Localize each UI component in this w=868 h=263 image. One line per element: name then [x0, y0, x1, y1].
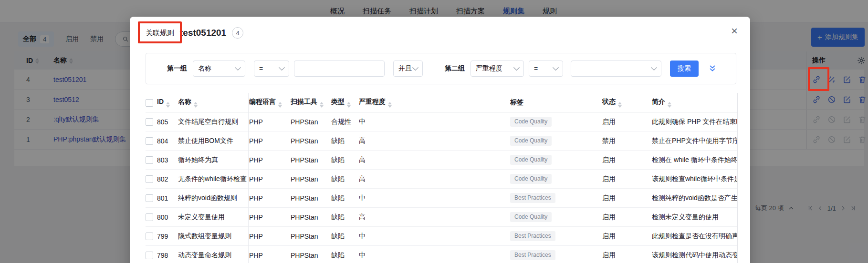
chevron-down-icon: [651, 64, 657, 71]
header-type[interactable]: 类型: [331, 93, 359, 112]
rule-tool: PHPStan: [291, 170, 331, 189]
associate-rules-modal: × 关联规则 test051201 4 第一组 名称 = 并且 第二组 严重程度…: [130, 17, 750, 263]
close-icon[interactable]: ×: [729, 23, 740, 39]
rule-id: 805: [157, 112, 178, 132]
rule-type: 缺陷: [331, 151, 359, 170]
header-description[interactable]: 简介: [652, 93, 737, 112]
chevron-down-icon: [513, 64, 520, 71]
filter-group1-label: 第一组: [167, 64, 187, 73]
expand-filters-double-chevron-icon[interactable]: [708, 64, 717, 73]
header-language[interactable]: 编程语言: [249, 93, 291, 112]
rule-name-link[interactable]: 动态变量命名规则: [178, 246, 249, 263]
header-status[interactable]: 状态: [602, 93, 652, 112]
rules-table: ID 名称 编程语言 扫描工具 类型 严重程度 标签 状态 简介 805 文件结…: [146, 93, 738, 263]
chevron-down-icon: [279, 64, 285, 71]
rule-tag-badge: Code Quality: [510, 212, 552, 223]
header-name[interactable]: 名称: [178, 93, 249, 112]
row-checkbox[interactable]: [146, 137, 153, 145]
rule-name-link[interactable]: 纯粹的void函数规则: [178, 189, 249, 208]
search-button[interactable]: 搜索: [670, 61, 699, 77]
rule-tool: PHPStan: [291, 132, 331, 151]
fixed-column-divider: [248, 93, 249, 263]
row-checkbox[interactable]: [146, 213, 153, 221]
rule-id: 803: [157, 151, 178, 170]
rule-row: 802 无条件的while循环检查 PHP PHPStan 缺陷 高 Code …: [146, 170, 737, 189]
rule-severity: 中: [359, 227, 510, 246]
rule-status: 启用: [602, 170, 652, 189]
rule-severity: 中: [359, 112, 510, 132]
rule-type: 缺陷: [331, 208, 359, 227]
rule-tool: PHPStan: [291, 208, 331, 227]
rule-language: PHP: [249, 170, 291, 189]
row-checkbox[interactable]: [146, 252, 153, 259]
rule-tool: PHPStan: [291, 246, 331, 263]
rule-language: PHP: [249, 208, 291, 227]
group1-value-input[interactable]: [294, 61, 385, 77]
modal-title: 关联规则: [146, 29, 174, 38]
sort-icon: [347, 102, 351, 108]
sort-icon: [668, 102, 671, 108]
row-checkbox[interactable]: [146, 194, 153, 202]
rule-severity: 高: [359, 151, 510, 170]
rule-row: 800 未定义变量使用 PHP PHPStan 缺陷 高 Code Qualit…: [146, 208, 737, 227]
rule-description: 此规则检查是否在没有明确声明的情况下使用数组: [652, 227, 737, 246]
rule-tool: PHPStan: [291, 151, 331, 170]
rule-status: 启用: [602, 246, 652, 263]
rule-name-link[interactable]: 未定义变量使用: [178, 208, 249, 227]
connector-select[interactable]: 并且: [393, 61, 423, 77]
rule-language: PHP: [249, 246, 291, 263]
group1-field-select[interactable]: 名称: [193, 61, 245, 77]
rule-type: 缺陷: [331, 132, 359, 151]
rule-language: PHP: [249, 112, 291, 132]
rule-tag-badge: Best Practices: [510, 193, 555, 203]
group2-operator-select[interactable]: =: [529, 61, 563, 77]
rule-name-link[interactable]: 文件结尾空白行规则: [178, 112, 249, 132]
rule-language: PHP: [249, 132, 291, 151]
chevron-down-icon: [553, 64, 559, 71]
rule-type: 缺陷: [331, 227, 359, 246]
rule-language: PHP: [249, 227, 291, 246]
rule-language: PHP: [249, 151, 291, 170]
group2-field-select[interactable]: 严重程度: [471, 61, 524, 77]
rule-id: 804: [157, 132, 178, 151]
chevron-down-icon: [235, 64, 241, 71]
rule-tag-badge: Code Quality: [510, 155, 552, 165]
rule-row: 799 隐式数组变量规则 PHP PHPStan 缺陷 中 Best Pract…: [146, 227, 737, 246]
group1-operator-select[interactable]: =: [254, 61, 289, 77]
rule-type: 缺陷: [331, 189, 359, 208]
row-checkbox[interactable]: [146, 233, 153, 240]
row-checkbox[interactable]: [146, 175, 153, 183]
row-checkbox[interactable]: [146, 118, 153, 126]
rule-status: 启用: [602, 112, 652, 132]
rule-status: 启用: [602, 227, 652, 246]
sort-icon: [166, 102, 170, 108]
rule-tool: PHPStan: [291, 189, 331, 208]
select-all-checkbox[interactable]: [146, 99, 153, 107]
group2-value-select[interactable]: [571, 61, 661, 77]
rule-description: 检测未定义变量的使用: [652, 208, 737, 227]
rule-description: 该规则检测代码中使用动态变量命名的情况: [652, 246, 737, 263]
header-id[interactable]: ID: [157, 93, 178, 112]
rule-name-link[interactable]: 循环始终为真: [178, 151, 249, 170]
rule-name-link[interactable]: 无条件的while循环检查: [178, 170, 249, 189]
modal-ruleset-name: test051201: [180, 28, 226, 38]
rule-tool: PHPStan: [291, 112, 331, 132]
sort-icon: [320, 102, 324, 108]
rule-id: 799: [157, 227, 178, 246]
rule-name-link[interactable]: 禁止使用BOM文件: [178, 132, 249, 151]
rule-tag-badge: Best Practices: [510, 231, 555, 242]
rule-name-link[interactable]: 隐式数组变量规则: [178, 227, 249, 246]
rule-row: 801 纯粹的void函数规则 PHP PHPStan 缺陷 中 Best Pr…: [146, 189, 737, 208]
header-severity[interactable]: 严重程度: [359, 93, 510, 112]
rule-description: 禁止在PHP文件中使用字节序标记: [652, 132, 737, 151]
header-tool[interactable]: 扫描工具: [291, 93, 331, 112]
row-checkbox[interactable]: [146, 156, 153, 164]
rule-severity: 中: [359, 246, 510, 263]
rule-language: PHP: [249, 189, 291, 208]
rule-row: 798 动态变量命名规则 PHP PHPStan 缺陷 中 Best Pract…: [146, 246, 737, 263]
rule-count-badge: 4: [232, 27, 243, 39]
rule-severity: 高: [359, 132, 510, 151]
rule-status: 启用: [602, 151, 652, 170]
rule-id: 800: [157, 208, 178, 227]
rule-tag-badge: Code Quality: [510, 117, 552, 127]
